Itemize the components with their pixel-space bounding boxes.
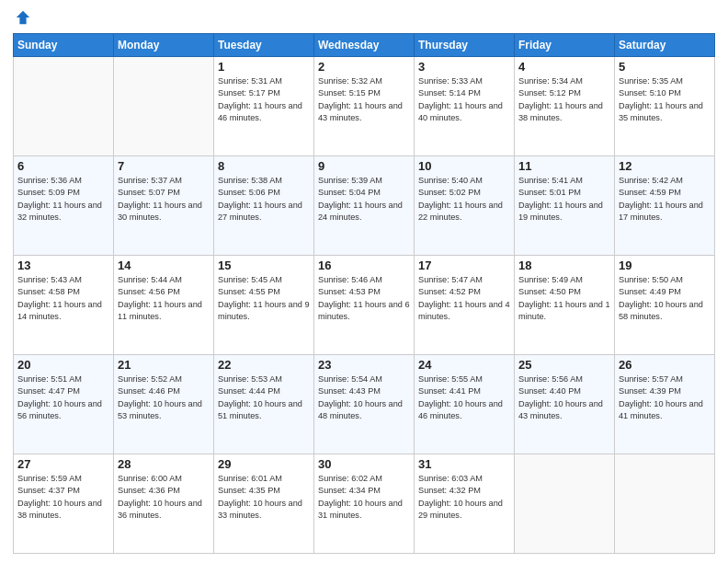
day-info: Sunrise: 5:54 AM Sunset: 4:43 PM Dayligh… <box>318 373 410 422</box>
day-number: 21 <box>118 358 210 372</box>
day-number: 11 <box>518 159 610 173</box>
calendar-cell: 24Sunrise: 5:55 AM Sunset: 4:41 PM Dayli… <box>415 355 515 454</box>
day-number: 31 <box>418 457 510 471</box>
day-info: Sunrise: 6:01 AM Sunset: 4:35 PM Dayligh… <box>218 473 310 522</box>
day-number: 16 <box>318 259 410 272</box>
calendar-cell: 12Sunrise: 5:42 AM Sunset: 4:59 PM Dayli… <box>615 156 715 256</box>
calendar-cell: 10Sunrise: 5:40 AM Sunset: 5:02 PM Dayli… <box>415 156 515 256</box>
day-number: 18 <box>518 259 610 272</box>
day-info: Sunrise: 6:03 AM Sunset: 4:32 PM Dayligh… <box>418 473 510 522</box>
calendar-cell: 4Sunrise: 5:34 AM Sunset: 5:12 PM Daylig… <box>515 57 615 156</box>
day-info: Sunrise: 5:50 AM Sunset: 4:49 PM Dayligh… <box>619 274 711 323</box>
calendar-cell: 21Sunrise: 5:52 AM Sunset: 4:46 PM Dayli… <box>114 355 214 454</box>
day-info: Sunrise: 5:59 AM Sunset: 4:37 PM Dayligh… <box>17 473 109 522</box>
weekday-header: Friday <box>515 34 615 57</box>
day-info: Sunrise: 5:40 AM Sunset: 5:02 PM Dayligh… <box>418 175 510 224</box>
calendar-cell <box>515 454 615 554</box>
day-number: 5 <box>619 60 711 74</box>
calendar-cell: 28Sunrise: 6:00 AM Sunset: 4:36 PM Dayli… <box>114 454 214 554</box>
day-info: Sunrise: 5:37 AM Sunset: 5:07 PM Dayligh… <box>118 175 210 224</box>
day-number: 15 <box>218 259 310 272</box>
day-info: Sunrise: 5:46 AM Sunset: 4:53 PM Dayligh… <box>318 274 410 323</box>
day-info: Sunrise: 5:55 AM Sunset: 4:41 PM Dayligh… <box>418 373 510 422</box>
calendar-week-row: 27Sunrise: 5:59 AM Sunset: 4:37 PM Dayli… <box>14 454 715 554</box>
calendar-cell: 15Sunrise: 5:45 AM Sunset: 4:55 PM Dayli… <box>214 256 314 355</box>
calendar-week-row: 20Sunrise: 5:51 AM Sunset: 4:47 PM Dayli… <box>14 355 715 454</box>
calendar-cell <box>615 454 715 554</box>
calendar-cell: 27Sunrise: 5:59 AM Sunset: 4:37 PM Dayli… <box>14 454 114 554</box>
logo-icon <box>15 9 31 26</box>
weekday-header: Saturday <box>615 34 715 57</box>
calendar-cell: 2Sunrise: 5:32 AM Sunset: 5:15 PM Daylig… <box>314 57 415 156</box>
day-info: Sunrise: 5:51 AM Sunset: 4:47 PM Dayligh… <box>17 373 109 422</box>
day-number: 19 <box>619 259 711 272</box>
day-info: Sunrise: 5:45 AM Sunset: 4:55 PM Dayligh… <box>218 274 310 323</box>
day-info: Sunrise: 5:34 AM Sunset: 5:12 PM Dayligh… <box>518 75 610 124</box>
day-info: Sunrise: 5:41 AM Sunset: 5:01 PM Dayligh… <box>518 175 610 224</box>
calendar-cell: 22Sunrise: 5:53 AM Sunset: 4:44 PM Dayli… <box>214 355 314 454</box>
calendar-cell <box>14 57 114 156</box>
day-number: 6 <box>17 159 109 173</box>
header <box>13 9 715 26</box>
calendar-cell: 31Sunrise: 6:03 AM Sunset: 4:32 PM Dayli… <box>415 454 515 554</box>
calendar-cell: 19Sunrise: 5:50 AM Sunset: 4:49 PM Dayli… <box>615 256 715 355</box>
day-number: 24 <box>418 358 510 372</box>
calendar-cell: 14Sunrise: 5:44 AM Sunset: 4:56 PM Dayli… <box>114 256 214 355</box>
day-number: 26 <box>619 358 711 372</box>
calendar-cell: 1Sunrise: 5:31 AM Sunset: 5:17 PM Daylig… <box>214 57 314 156</box>
calendar-cell: 17Sunrise: 5:47 AM Sunset: 4:52 PM Dayli… <box>415 256 515 355</box>
day-number: 13 <box>17 259 109 272</box>
day-info: Sunrise: 6:00 AM Sunset: 4:36 PM Dayligh… <box>118 473 210 522</box>
day-number: 23 <box>318 358 410 372</box>
day-number: 8 <box>218 159 310 173</box>
calendar-cell: 29Sunrise: 6:01 AM Sunset: 4:35 PM Dayli… <box>214 454 314 554</box>
day-info: Sunrise: 5:47 AM Sunset: 4:52 PM Dayligh… <box>418 274 510 323</box>
calendar-week-row: 6Sunrise: 5:36 AM Sunset: 5:09 PM Daylig… <box>14 156 715 256</box>
day-number: 9 <box>318 159 410 173</box>
day-info: Sunrise: 6:02 AM Sunset: 4:34 PM Dayligh… <box>318 473 410 522</box>
day-number: 25 <box>518 358 610 372</box>
day-info: Sunrise: 5:56 AM Sunset: 4:40 PM Dayligh… <box>518 373 610 422</box>
calendar-cell: 5Sunrise: 5:35 AM Sunset: 5:10 PM Daylig… <box>615 57 715 156</box>
day-info: Sunrise: 5:44 AM Sunset: 4:56 PM Dayligh… <box>118 274 210 323</box>
calendar-cell: 18Sunrise: 5:49 AM Sunset: 4:50 PM Dayli… <box>515 256 615 355</box>
calendar-cell: 9Sunrise: 5:39 AM Sunset: 5:04 PM Daylig… <box>314 156 415 256</box>
weekday-header: Sunday <box>14 34 114 57</box>
calendar-cell: 16Sunrise: 5:46 AM Sunset: 4:53 PM Dayli… <box>314 256 415 355</box>
day-number: 1 <box>218 60 310 74</box>
calendar-cell: 8Sunrise: 5:38 AM Sunset: 5:06 PM Daylig… <box>214 156 314 256</box>
calendar-cell: 13Sunrise: 5:43 AM Sunset: 4:58 PM Dayli… <box>14 256 114 355</box>
calendar-cell: 20Sunrise: 5:51 AM Sunset: 4:47 PM Dayli… <box>14 355 114 454</box>
day-info: Sunrise: 5:49 AM Sunset: 4:50 PM Dayligh… <box>518 274 610 323</box>
day-number: 30 <box>318 457 410 471</box>
weekday-header: Wednesday <box>314 34 415 57</box>
day-number: 4 <box>518 60 610 74</box>
weekday-header: Monday <box>114 34 214 57</box>
calendar-cell: 26Sunrise: 5:57 AM Sunset: 4:39 PM Dayli… <box>615 355 715 454</box>
calendar-cell: 7Sunrise: 5:37 AM Sunset: 5:07 PM Daylig… <box>114 156 214 256</box>
day-info: Sunrise: 5:57 AM Sunset: 4:39 PM Dayligh… <box>619 373 711 422</box>
calendar-cell: 11Sunrise: 5:41 AM Sunset: 5:01 PM Dayli… <box>515 156 615 256</box>
svg-marker-0 <box>17 11 29 24</box>
day-number: 2 <box>318 60 410 74</box>
day-info: Sunrise: 5:35 AM Sunset: 5:10 PM Dayligh… <box>619 75 711 124</box>
calendar-table: SundayMondayTuesdayWednesdayThursdayFrid… <box>13 33 715 554</box>
day-info: Sunrise: 5:32 AM Sunset: 5:15 PM Dayligh… <box>318 75 410 124</box>
day-number: 10 <box>418 159 510 173</box>
day-info: Sunrise: 5:33 AM Sunset: 5:14 PM Dayligh… <box>418 75 510 124</box>
logo <box>13 9 31 26</box>
day-number: 12 <box>619 159 711 173</box>
day-info: Sunrise: 5:42 AM Sunset: 4:59 PM Dayligh… <box>619 175 711 224</box>
calendar-cell: 23Sunrise: 5:54 AM Sunset: 4:43 PM Dayli… <box>314 355 415 454</box>
calendar-header-row: SundayMondayTuesdayWednesdayThursdayFrid… <box>14 34 715 57</box>
calendar-cell <box>114 57 214 156</box>
day-number: 28 <box>118 457 210 471</box>
weekday-header: Tuesday <box>214 34 314 57</box>
day-info: Sunrise: 5:53 AM Sunset: 4:44 PM Dayligh… <box>218 373 310 422</box>
day-info: Sunrise: 5:43 AM Sunset: 4:58 PM Dayligh… <box>17 274 109 323</box>
day-info: Sunrise: 5:38 AM Sunset: 5:06 PM Dayligh… <box>218 175 310 224</box>
day-info: Sunrise: 5:39 AM Sunset: 5:04 PM Dayligh… <box>318 175 410 224</box>
day-info: Sunrise: 5:52 AM Sunset: 4:46 PM Dayligh… <box>118 373 210 422</box>
calendar-week-row: 13Sunrise: 5:43 AM Sunset: 4:58 PM Dayli… <box>14 256 715 355</box>
calendar-cell: 6Sunrise: 5:36 AM Sunset: 5:09 PM Daylig… <box>14 156 114 256</box>
